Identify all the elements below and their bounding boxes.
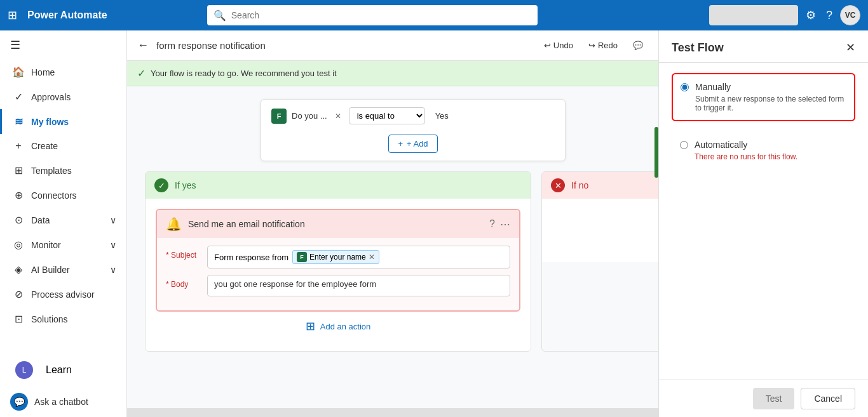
sidebar-item-label: Monitor (31, 240, 61, 250)
condition-value: Yes (430, 109, 456, 123)
manually-desc: Submit a new response to the selected fo… (695, 95, 846, 112)
sidebar-item-templates[interactable]: ⊞ Templates (0, 158, 126, 183)
action-body: * Subject Form response from F Enter you… (157, 238, 519, 310)
branch-yes-label: If yes (175, 180, 196, 190)
body-input[interactable]: you got one response for the employee fo… (207, 275, 510, 296)
branch-row: ✓ If yes 🔔 Send me an email notification (140, 171, 658, 352)
branch-no-body (542, 199, 658, 262)
sidebar-item-label: Create (31, 141, 58, 151)
sidebar-item-chatbot[interactable]: 💬 Ask a chatbot (0, 387, 126, 417)
branch-yes-header: ✓ If yes (146, 172, 531, 199)
sidebar-item-my-flows[interactable]: ≋ My flows (0, 109, 126, 134)
cancel-button[interactable]: Cancel (801, 388, 855, 409)
test-panel-close-button[interactable]: ✕ (846, 41, 855, 55)
approvals-icon: ✓ (12, 91, 25, 103)
chatbot-icon: 💬 (10, 393, 28, 411)
test-button[interactable]: Test (753, 388, 795, 409)
more-options-icon[interactable]: ⋯ (500, 218, 510, 230)
manually-radio[interactable] (681, 83, 689, 91)
search-input[interactable] (231, 10, 531, 20)
success-icon: ✓ (137, 67, 146, 79)
sidebar-item-home[interactable]: 🏠 Home (0, 60, 126, 84)
condition-close-icon[interactable]: ✕ (332, 110, 344, 122)
condition-row: F Do you ... ✕ is equal to Yes + + Add (140, 99, 658, 161)
sidebar-item-data[interactable]: ⊙ Data ∨ (0, 208, 126, 232)
add-condition-button[interactable]: + + Add (388, 135, 437, 153)
app-title: Power Automate (27, 10, 107, 21)
add-action-button[interactable]: ⊞ Add an action (156, 312, 520, 341)
sidebar-item-solutions[interactable]: ⊡ Solutions (0, 307, 126, 331)
redo-button[interactable]: ↪ Redo (583, 38, 623, 53)
sidebar: ☰ 🏠 Home ✓ Approvals ≋ My flows + Create… (0, 30, 127, 417)
add-action-icon: ⊞ (306, 319, 315, 333)
branch-check-icon: ✓ (154, 178, 168, 192)
subject-input[interactable]: Form response from F Enter your name ✕ (207, 246, 510, 268)
tag-close-icon[interactable]: ✕ (369, 253, 375, 261)
top-nav: ⊞ Power Automate 🔍 ⚙ ? VC (0, 0, 868, 30)
condition-text: Do you ... (292, 111, 327, 121)
sidebar-item-connectors[interactable]: ⊕ Connectors (0, 183, 126, 208)
operator-select[interactable]: is equal to (349, 107, 425, 124)
action-title: Send me an email notification (188, 219, 483, 229)
body-field-row: * Body you got one response for the empl… (166, 275, 510, 296)
test-panel-footer: Test Cancel (659, 380, 868, 417)
content-header: ← form response notification ↩ Undo ↪ Re… (127, 30, 658, 61)
automatically-title: Automatically (695, 140, 797, 150)
sidebar-item-label: Data (31, 215, 50, 225)
create-icon: + (12, 140, 25, 152)
sidebar-item-label: Solutions (31, 314, 68, 324)
sidebar-item-approvals[interactable]: ✓ Approvals (0, 84, 126, 109)
add-icon: + (398, 139, 403, 149)
sidebar-item-label: Connectors (31, 190, 77, 201)
nav-right: ⚙ ? VC (709, 5, 860, 25)
back-button[interactable]: ← (137, 39, 149, 52)
automatically-radio[interactable] (680, 141, 688, 149)
automatically-option[interactable]: Automatically There are no runs for this… (672, 131, 855, 169)
add-action-label: Add an action (320, 322, 371, 331)
waffle-icon[interactable]: ⊞ (8, 8, 17, 22)
sidebar-item-ai-builder[interactable]: ◈ AI Builder ∨ (0, 257, 126, 282)
help-circle-icon[interactable]: ? (489, 218, 495, 230)
test-panel-header: Test Flow ✕ (659, 30, 868, 63)
branch-yes: ✓ If yes 🔔 Send me an email notification (145, 171, 531, 352)
sidebar-hamburger[interactable]: ☰ (0, 30, 126, 60)
learn-avatar: L (15, 361, 33, 379)
sidebar-item-create[interactable]: + Create (0, 134, 126, 158)
header-actions: ↩ Undo ↪ Redo 💬 (539, 38, 648, 53)
flow-canvas[interactable]: F Do you ... ✕ is equal to Yes + + Add (127, 86, 658, 408)
search-box: 🔍 (207, 5, 538, 25)
test-panel: Test Flow ✕ Manually Submit a new respon… (658, 30, 868, 417)
settings-icon[interactable]: ⚙ (803, 6, 818, 25)
connectors-icon: ⊕ (12, 189, 25, 201)
templates-icon: ⊞ (12, 164, 25, 176)
subject-label: * Subject (166, 246, 201, 260)
automatically-option-text: Automatically There are no runs for this… (695, 140, 797, 161)
sidebar-item-process-advisor[interactable]: ⊘ Process advisor (0, 282, 126, 307)
manually-option-text: Manually Submit a new response to the se… (695, 82, 846, 112)
comment-button[interactable]: 💬 (628, 38, 648, 53)
sidebar-item-label: Approvals (31, 92, 71, 102)
horizontal-scrollbar[interactable] (127, 408, 658, 417)
help-icon[interactable]: ? (824, 6, 835, 25)
chevron-down-icon: ∨ (110, 265, 116, 275)
test-panel-title: Test Flow (672, 41, 724, 55)
subject-field-row: * Subject Form response from F Enter you… (166, 246, 510, 268)
sidebar-item-learn[interactable]: L Learn (0, 354, 126, 387)
branch-no-header: ✕ If no (542, 172, 658, 199)
manually-option[interactable]: Manually Submit a new response to the se… (672, 73, 855, 121)
sidebar-item-label: Process advisor (31, 289, 95, 300)
undo-button[interactable]: ↩ Undo (539, 38, 578, 53)
flow-title: form response notification (156, 40, 266, 51)
redo-icon: ↪ (588, 41, 595, 50)
branch-x-icon: ✕ (551, 178, 565, 192)
avatar[interactable]: VC (840, 5, 860, 25)
sidebar-item-label: My flows (31, 117, 69, 127)
sidebar-item-monitor[interactable]: ◎ Monitor ∨ (0, 232, 126, 257)
chatbot-label: Ask a chatbot (34, 397, 88, 407)
my-flows-icon: ≋ (12, 116, 25, 128)
data-icon: ⊙ (12, 214, 25, 226)
branch-no-label: If no (571, 180, 588, 190)
content-area: ← form response notification ↩ Undo ↪ Re… (127, 30, 658, 417)
sidebar-item-label: Templates (31, 166, 72, 176)
tag-label: Enter your name (309, 253, 366, 261)
